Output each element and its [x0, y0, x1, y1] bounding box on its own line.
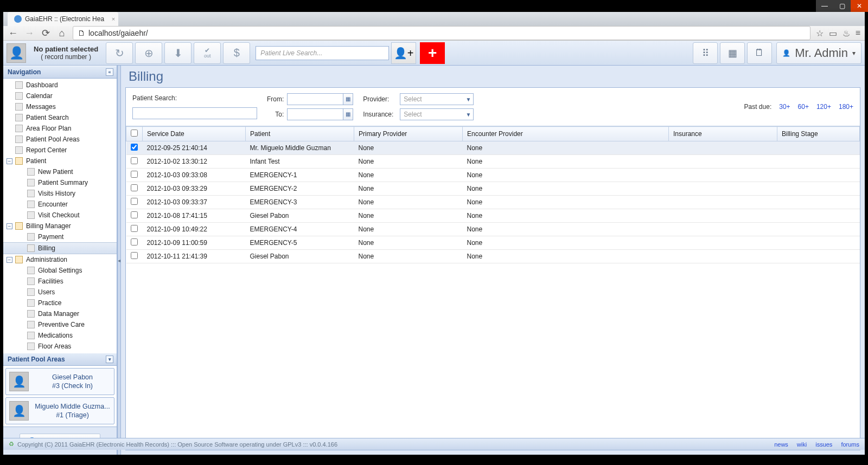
- row-checkbox[interactable]: [131, 252, 138, 259]
- nav-subitem[interactable]: Medications: [3, 330, 117, 341]
- window-minimize-button[interactable]: —: [816, 0, 833, 12]
- provider-select[interactable]: Select▼: [400, 93, 474, 105]
- row-checkbox[interactable]: [131, 157, 138, 164]
- nav-item[interactable]: −Billing Manager: [3, 221, 117, 231]
- row-checkbox[interactable]: [131, 171, 138, 178]
- tree-toggle-icon[interactable]: −: [7, 257, 12, 263]
- column-header[interactable]: Patient: [246, 127, 354, 141]
- table-row[interactable]: 2012-10-02 13:30:12Infant TestNoneNone: [126, 155, 860, 169]
- nav-subitem[interactable]: Users: [3, 287, 117, 298]
- table-row[interactable]: 2012-10-03 09:33:37EMERGENCY-3NoneNone: [126, 196, 860, 209]
- column-header[interactable]: Encounter Provider: [463, 127, 669, 141]
- layout-select-button[interactable]: ⠿: [693, 42, 718, 64]
- nav-subitem[interactable]: Patient Summary: [3, 177, 117, 188]
- emergency-button[interactable]: +: [420, 42, 445, 64]
- table-row[interactable]: 2012-10-09 10:49:22EMERGENCY-4NoneNone: [126, 223, 860, 236]
- nav-subitem[interactable]: Encounter: [3, 199, 117, 210]
- patient-live-search[interactable]: Patient Live Search...: [256, 46, 389, 60]
- user-menu[interactable]: 👤 Mr. Admin ▾: [776, 42, 861, 64]
- footer-link-news[interactable]: news: [774, 441, 788, 448]
- row-checkbox[interactable]: [131, 198, 138, 205]
- to-date-input[interactable]: [287, 108, 343, 120]
- table-row[interactable]: 2012-10-03 09:33:29EMERGENCY-2NoneNone: [126, 182, 860, 196]
- column-header[interactable]: Billing Stage: [777, 127, 860, 141]
- footer-link-issues[interactable]: issues: [815, 441, 832, 448]
- present-icon[interactable]: ▭: [829, 28, 837, 38]
- past-due-30[interactable]: 30+: [779, 103, 790, 111]
- nav-item[interactable]: Patient Pool Areas: [3, 134, 117, 145]
- footer-link-forums[interactable]: forums: [841, 441, 859, 448]
- column-header[interactable]: Service Date: [143, 127, 246, 141]
- window-maximize-button[interactable]: ▢: [833, 0, 851, 12]
- nav-item[interactable]: Report Center: [3, 145, 117, 156]
- reload-button[interactable]: ⟳: [40, 28, 51, 38]
- layout-notes-button[interactable]: 🗒: [747, 42, 772, 64]
- nav-item[interactable]: −Administration: [3, 254, 117, 265]
- tree-toggle-icon[interactable]: −: [7, 158, 12, 164]
- nav-subitem[interactable]: Visit Checkout: [3, 210, 117, 221]
- row-checkbox[interactable]: [131, 238, 138, 246]
- page-title: Billing: [121, 66, 865, 87]
- download-button[interactable]: ⬇: [164, 42, 192, 64]
- nav-subitem[interactable]: Facilities: [3, 276, 117, 287]
- from-date-picker-icon[interactable]: ▦: [343, 93, 353, 105]
- nav-subitem[interactable]: Practice: [3, 298, 117, 308]
- nav-subitem[interactable]: Preventive Care: [3, 319, 117, 330]
- from-date-input[interactable]: [287, 93, 343, 105]
- select-all-checkbox[interactable]: [131, 130, 138, 137]
- nav-subitem[interactable]: Data Manager: [3, 308, 117, 319]
- tab-close-icon[interactable]: ×: [112, 16, 115, 22]
- past-due-180[interactable]: 180+: [839, 103, 853, 111]
- collapse-nav-icon[interactable]: «: [106, 68, 113, 76]
- column-header[interactable]: Insurance: [669, 127, 777, 141]
- insurance-select[interactable]: Select▼: [400, 108, 474, 120]
- tree-toggle-icon[interactable]: −: [7, 223, 12, 229]
- home-button[interactable]: ⌂: [56, 28, 67, 38]
- forward-button[interactable]: →: [24, 28, 35, 38]
- nav-subitem[interactable]: New Patient: [3, 166, 117, 177]
- collapse-pool-icon[interactable]: ▾: [106, 356, 113, 363]
- nav-subitem[interactable]: Global Settings: [3, 265, 117, 276]
- row-checkbox[interactable]: [131, 225, 138, 232]
- column-header[interactable]: Primary Provider: [354, 127, 463, 141]
- pool-item[interactable]: 👤Giesel Pabon#3 (Check In): [5, 368, 114, 395]
- nav-subitem[interactable]: Floor Areas: [3, 341, 117, 352]
- bookmark-icon[interactable]: ☆: [816, 28, 824, 38]
- url-input[interactable]: 🗋 localhost/gaiaehr/: [73, 26, 810, 40]
- row-checkbox[interactable]: [131, 211, 138, 218]
- footer-link-wiki[interactable]: wiki: [797, 441, 807, 448]
- row-checkbox[interactable]: [131, 144, 138, 151]
- table-row[interactable]: 2012-09-25 21:40:14Mr. Miguelo Middle Gu…: [126, 141, 860, 155]
- add-patient-button[interactable]: 👤+: [391, 42, 416, 64]
- billing-button[interactable]: $: [223, 42, 250, 64]
- nav-item[interactable]: Dashboard: [3, 80, 117, 91]
- nav-item[interactable]: Messages: [3, 101, 117, 112]
- torch-icon[interactable]: ♨: [843, 28, 850, 38]
- table-row[interactable]: 2012-10-08 17:41:15Giesel PabonNoneNone: [126, 209, 860, 223]
- table-row[interactable]: 2012-10-11 21:41:39Giesel PabonNoneNone: [126, 250, 860, 263]
- checkout-button[interactable]: ✔out: [194, 42, 221, 64]
- nav-subitem[interactable]: Visits History: [3, 188, 117, 199]
- past-due-120[interactable]: 120+: [816, 103, 831, 111]
- nav-item[interactable]: Area Floor Plan: [3, 123, 117, 134]
- layout-grid-button[interactable]: ▦: [720, 42, 745, 64]
- table-row[interactable]: 2012-10-03 09:33:08EMERGENCY-1NoneNone: [126, 169, 860, 182]
- nav-subitem[interactable]: Billing: [3, 242, 117, 254]
- menu-icon[interactable]: ≡: [856, 28, 860, 38]
- nav-subitem[interactable]: Payment: [3, 231, 117, 242]
- nav-item[interactable]: Patient Search: [3, 112, 117, 123]
- new-encounter-button[interactable]: ⊕: [135, 42, 162, 64]
- back-button[interactable]: ←: [8, 28, 18, 38]
- past-due-60[interactable]: 60+: [798, 103, 809, 111]
- to-date-picker-icon[interactable]: ▦: [343, 108, 353, 120]
- window-close-button[interactable]: ✕: [851, 0, 868, 12]
- nav-item[interactable]: Calendar: [3, 91, 117, 101]
- splitter-handle[interactable]: ◂: [117, 66, 121, 455]
- history-button[interactable]: ↻: [106, 42, 133, 64]
- table-row[interactable]: 2012-10-09 11:00:59EMERGENCY-5NoneNone: [126, 236, 860, 250]
- browser-tab[interactable]: GaiaEHR :: (Electronic Hea ×: [8, 12, 118, 26]
- row-checkbox[interactable]: [131, 184, 138, 191]
- nav-item[interactable]: −Patient: [3, 156, 117, 166]
- pool-item[interactable]: 👤Miguelo Middle Guzma...#1 (Triage): [5, 397, 114, 424]
- patient-search-input[interactable]: [132, 107, 257, 119]
